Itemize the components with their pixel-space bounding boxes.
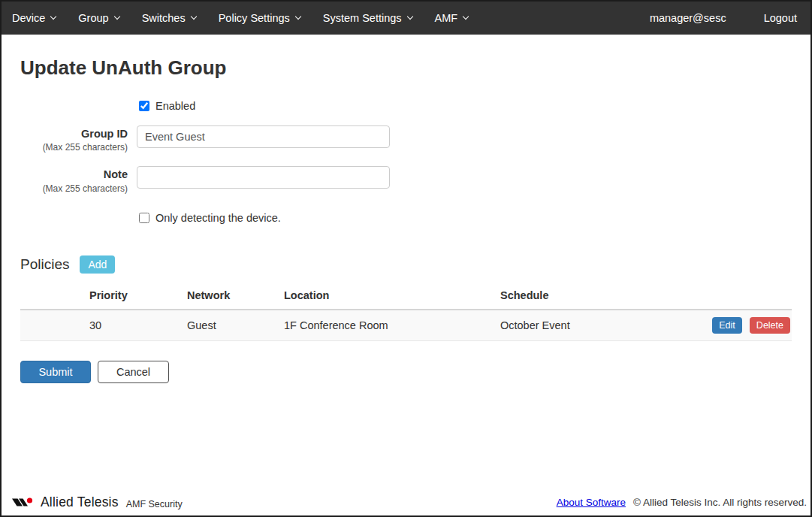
nav-item-switches-label: Switches	[142, 12, 186, 24]
page-title: Update UnAuth Group	[20, 56, 792, 80]
column-header-schedule: Schedule	[494, 283, 693, 310]
policies-heading: Policies	[20, 256, 69, 273]
nav-item-policy-settings[interactable]: Policy Settings	[219, 12, 300, 24]
policy-cell-actions: Edit Delete	[693, 310, 792, 341]
column-header-priority: Priority	[83, 283, 181, 310]
product-name: AMF Security	[126, 499, 183, 509]
column-header-network: Network	[181, 283, 278, 310]
note-label: Note	[20, 168, 128, 181]
copyright-text: © Allied Telesis Inc. All rights reserve…	[633, 497, 807, 508]
footer-legal: About Software © Allied Telesis Inc. All…	[557, 497, 807, 508]
policy-cell-network: Guest	[181, 310, 278, 341]
nav-item-group[interactable]: Group	[78, 12, 119, 24]
group-id-hint: (Max 255 characters)	[20, 142, 128, 153]
footer-brand: Allied Telesis AMF Security	[12, 494, 183, 510]
column-header-spacer	[20, 283, 83, 310]
policies-table-header-row: Priority Network Location Schedule	[20, 283, 792, 310]
nav-item-device-label: Device	[12, 12, 45, 24]
column-header-actions	[693, 283, 792, 310]
allied-telesis-logo-icon	[12, 496, 36, 509]
nav-item-device[interactable]: Device	[12, 12, 56, 24]
policies-table: Priority Network Location Schedule 30 Gu…	[20, 283, 792, 341]
user-account-label: manager@sesc	[650, 12, 726, 24]
nav-menu: Device Group Switches Policy Settings Sy…	[12, 12, 468, 24]
detect-only-row: Only detecting the device.	[139, 212, 792, 224]
policy-cell-priority: 30	[83, 310, 181, 341]
column-header-location: Location	[278, 283, 494, 310]
policy-row: 30 Guest 1F Conference Room October Even…	[20, 310, 792, 341]
nav-item-amf[interactable]: AMF	[435, 12, 469, 24]
group-id-row: Group ID (Max 255 characters)	[20, 125, 792, 153]
footer: Allied Telesis AMF Security About Softwa…	[2, 494, 810, 515]
group-id-label-col: Group ID (Max 255 characters)	[20, 125, 128, 153]
add-policy-button[interactable]: Add	[80, 255, 115, 274]
note-row: Note (Max 255 characters)	[20, 166, 792, 193]
chevron-down-icon	[295, 14, 301, 20]
policy-cell-schedule: October Event	[494, 310, 693, 341]
policy-cell-spacer	[20, 310, 83, 341]
enabled-row: Enabled	[139, 100, 792, 112]
nav-right: manager@sesc Logout	[650, 12, 797, 24]
delete-button[interactable]: Delete	[750, 317, 790, 334]
group-id-input[interactable]	[137, 125, 390, 148]
detect-only-checkbox[interactable]	[139, 213, 149, 223]
nav-item-policy-settings-label: Policy Settings	[219, 12, 290, 24]
nav-item-system-settings[interactable]: System Settings	[323, 12, 412, 24]
note-label-col: Note (Max 255 characters)	[20, 166, 128, 193]
main-content: Update UnAuth Group Enabled Group ID (Ma…	[2, 35, 810, 494]
submit-button[interactable]: Submit	[20, 361, 91, 383]
policies-bar: Policies Add	[20, 255, 792, 274]
chevron-down-icon	[406, 14, 412, 20]
chevron-down-icon	[50, 14, 56, 20]
policy-cell-location: 1F Conference Room	[278, 310, 494, 341]
nav-item-system-settings-label: System Settings	[323, 12, 402, 24]
cancel-button[interactable]: Cancel	[98, 361, 169, 383]
group-id-label: Group ID	[20, 128, 128, 141]
note-input[interactable]	[137, 166, 390, 189]
detect-only-label: Only detecting the device.	[155, 212, 281, 224]
about-software-link[interactable]: About Software	[557, 497, 626, 508]
nav-item-amf-label: AMF	[435, 12, 458, 24]
nav-item-switches[interactable]: Switches	[142, 12, 196, 24]
note-hint: (Max 255 characters)	[20, 183, 128, 194]
enabled-label: Enabled	[155, 100, 195, 112]
nav-item-group-label: Group	[78, 12, 108, 24]
chevron-down-icon	[113, 14, 119, 20]
edit-button[interactable]: Edit	[712, 317, 742, 334]
navbar: Device Group Switches Policy Settings Sy…	[2, 2, 810, 35]
chevron-down-icon	[190, 14, 196, 20]
chevron-down-icon	[463, 14, 469, 20]
enabled-checkbox[interactable]	[139, 101, 149, 111]
form-actions: Submit Cancel	[20, 361, 792, 383]
logout-button[interactable]: Logout	[764, 12, 797, 24]
app-window: Device Group Switches Policy Settings Sy…	[0, 0, 812, 517]
brand-name: Allied Telesis	[41, 494, 119, 510]
